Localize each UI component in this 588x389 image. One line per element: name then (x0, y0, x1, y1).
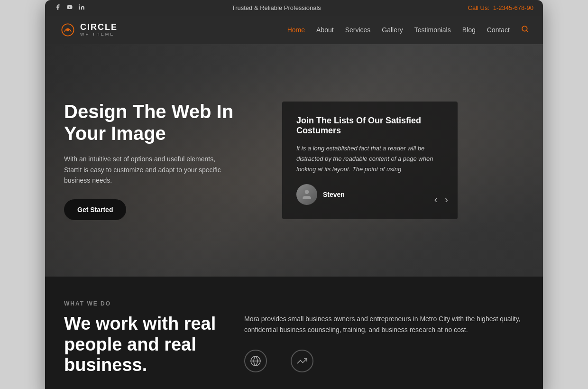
call-us-label: Call Us: (468, 4, 490, 11)
prev-arrow[interactable]: ‹ (434, 194, 438, 205)
browser-window: Trusted & Reliable Professionals Call Us… (45, 0, 543, 389)
bottom-left: WHAT WE DO We work with real people and … (64, 300, 225, 376)
logo[interactable]: CIRCLE WP THEME (59, 21, 118, 38)
testimonial-heading: Join The Lists Of Our Satisfied Costumer… (296, 116, 443, 136)
nav-link-home[interactable]: Home (287, 26, 305, 34)
nav-link-gallery[interactable]: Gallery (382, 26, 403, 34)
tagline: Trusted & Reliable Professionals (232, 4, 321, 11)
nav-item-testimonials[interactable]: Testimonials (414, 26, 451, 34)
testimonial-card: Join The Lists Of Our Satisfied Costumer… (282, 102, 458, 219)
svg-point-5 (522, 26, 527, 31)
nav-menu: Home About Services Gallery Testimonials… (287, 25, 529, 35)
search-icon[interactable] (521, 26, 529, 34)
svg-rect-1 (79, 6, 80, 9)
nav-item-blog[interactable]: Blog (462, 26, 476, 34)
svg-line-6 (526, 30, 528, 32)
bottom-heading: We work with real people and real busine… (64, 314, 225, 376)
nav-link-testimonials[interactable]: Testimonials (414, 26, 451, 34)
chart-icon-item (291, 350, 313, 372)
nav-item-gallery[interactable]: Gallery (382, 26, 403, 34)
bottom-heading-line2: people and real (64, 334, 196, 354)
facebook-icon[interactable] (55, 4, 61, 12)
call-us: Call Us: 1-2345-678-90 (468, 4, 533, 11)
social-icons (55, 4, 85, 12)
nav-link-contact[interactable]: Contact (487, 26, 510, 34)
testimonial-text: It is a long established fact that a rea… (296, 143, 443, 175)
youtube-icon[interactable] (66, 4, 74, 11)
bottom-heading-line3: business. (64, 355, 147, 375)
nav-item-contact[interactable]: Contact (487, 26, 510, 34)
svg-point-4 (66, 28, 69, 31)
globe-icon (244, 350, 267, 372)
svg-point-7 (305, 190, 309, 194)
testimonial-author: Steven (296, 184, 443, 205)
nav-link-blog[interactable]: Blog (462, 26, 476, 34)
nav-link-about[interactable]: About (316, 26, 334, 34)
bottom-right: Mora provides small business owners and … (244, 300, 524, 372)
nav-link-services[interactable]: Services (345, 26, 371, 34)
nav-item-home[interactable]: Home (287, 26, 305, 34)
hero-subtitle: With an intuitive set of options and use… (64, 154, 225, 185)
hero-content: Design The Web In Your Image With an int… (45, 44, 543, 277)
next-arrow[interactable]: › (445, 194, 448, 205)
author-name: Steven (323, 191, 345, 198)
hero-left: Design The Web In Your Image With an int… (64, 101, 263, 220)
chart-icon (291, 350, 313, 372)
phone-number[interactable]: 1-2345-678-90 (493, 4, 533, 11)
get-started-button[interactable]: Get Started (64, 199, 126, 220)
navbar: CIRCLE WP THEME Home About Services Gall… (45, 16, 543, 44)
logo-title: CIRCLE (80, 23, 118, 32)
top-bar: Trusted & Reliable Professionals Call Us… (45, 0, 543, 16)
svg-point-2 (79, 4, 80, 5)
hero-section: Design The Web In Your Image With an int… (45, 44, 543, 277)
logo-subtitle: WP THEME (80, 32, 118, 37)
nav-item-services[interactable]: Services (345, 26, 371, 34)
author-avatar (296, 184, 317, 205)
globe-icon-item (244, 350, 267, 372)
nav-item-about[interactable]: About (316, 26, 334, 34)
bottom-heading-line1: We work with real (64, 314, 216, 333)
linkedin-icon[interactable] (78, 4, 85, 12)
bottom-section: WHAT WE DO We work with real people and … (45, 277, 543, 389)
bottom-description: Mora provides small business owners and … (244, 314, 524, 335)
bottom-icons (244, 350, 524, 372)
section-label: WHAT WE DO (64, 300, 225, 307)
hero-title: Design The Web In Your Image (64, 101, 263, 144)
carousel-controls: ‹ › (434, 194, 448, 205)
